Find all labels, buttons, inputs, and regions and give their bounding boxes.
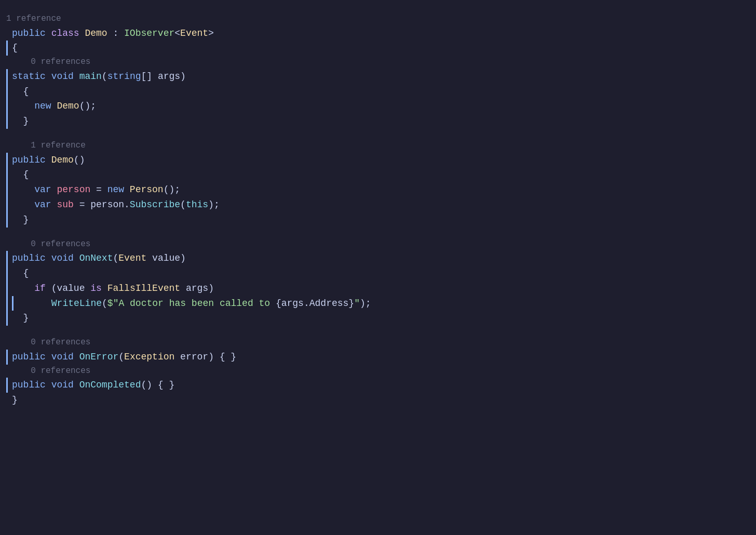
scope-bar bbox=[6, 296, 8, 311]
code-line: var sub = person.Subscribe(this); bbox=[4, 197, 756, 212]
reference-hint: 0 references bbox=[4, 238, 756, 251]
token-type-name: Exception bbox=[124, 350, 174, 365]
token-kw-if: if bbox=[12, 281, 51, 296]
token-brace: { bbox=[12, 41, 18, 56]
token-punct bbox=[85, 281, 90, 296]
scope-bar bbox=[6, 182, 8, 197]
token-brace: { bbox=[12, 266, 29, 281]
reference-hint: 0 references bbox=[4, 56, 756, 69]
token-string: $"A doctor has been called to bbox=[107, 296, 276, 311]
scope-bar bbox=[6, 197, 8, 212]
scope-bar bbox=[6, 251, 8, 266]
reference-hint: 1 reference bbox=[4, 139, 756, 153]
token-punct: ); bbox=[360, 296, 371, 311]
token-method-name: WriteLine bbox=[18, 296, 102, 311]
token-method-name: main bbox=[79, 69, 102, 84]
token-punct: ( bbox=[118, 350, 124, 365]
scope-bar bbox=[6, 281, 8, 296]
scope-bar bbox=[6, 69, 8, 84]
reference-hint: 1 reference bbox=[4, 12, 756, 26]
code-line: public void OnNext(Event value) bbox=[4, 251, 756, 266]
code-line: { bbox=[4, 167, 756, 182]
scope-bar bbox=[6, 350, 8, 365]
token-punct: { bbox=[276, 296, 281, 311]
token-punct: = bbox=[90, 182, 107, 197]
token-var-name: sub bbox=[57, 197, 73, 212]
code-line: var person = new Person(); bbox=[4, 182, 756, 197]
token-punct: ( bbox=[180, 197, 186, 212]
token-punct: ( bbox=[102, 69, 107, 84]
token-string: " bbox=[354, 296, 360, 311]
token-kw-is: is bbox=[90, 281, 102, 296]
token-brace: { bbox=[12, 167, 29, 182]
blank-line bbox=[4, 326, 756, 336]
token-kw-public: var bbox=[12, 197, 57, 212]
blank-line bbox=[4, 228, 756, 238]
token-punct: [] bbox=[141, 69, 157, 84]
token-iface-name: IObserver bbox=[124, 26, 174, 41]
token-param-name: value bbox=[152, 251, 180, 266]
reference-hint: 0 references bbox=[4, 336, 756, 350]
code-line: } bbox=[4, 311, 756, 326]
code-editor: 1 referencepublic class Demo : IObserver… bbox=[4, 8, 756, 412]
token-kw-public: string bbox=[107, 69, 141, 84]
code-line: public void OnError(Exception error) { } bbox=[4, 350, 756, 365]
token-punct: (); bbox=[79, 99, 96, 114]
token-punct: = bbox=[74, 197, 90, 212]
token-param-name: args bbox=[158, 69, 180, 84]
code-line: { bbox=[4, 41, 756, 56]
scope-bar bbox=[6, 311, 8, 326]
code-line: } bbox=[4, 114, 756, 129]
token-brace: { bbox=[12, 84, 29, 99]
token-type-name: Demo bbox=[51, 153, 74, 168]
token-punct: . bbox=[124, 197, 130, 212]
scope-bar bbox=[6, 266, 8, 281]
code-line: static void main(string[] args) bbox=[4, 69, 756, 84]
token-brace: } bbox=[12, 212, 29, 228]
code-line: new Demo(); bbox=[4, 99, 756, 114]
code-line: public void OnCompleted() { } bbox=[4, 378, 756, 393]
scope-bar bbox=[6, 212, 8, 228]
token-prop-name: person bbox=[90, 197, 124, 212]
token-var-name: person bbox=[57, 182, 90, 197]
token-method-name: OnError bbox=[79, 350, 119, 365]
token-kw-new: new bbox=[12, 99, 57, 114]
token-punct: : bbox=[107, 26, 124, 41]
token-kw-public: void bbox=[51, 350, 79, 365]
code-line: } bbox=[4, 393, 756, 408]
token-method-name: OnNext bbox=[79, 251, 113, 266]
code-line: public class Demo : IObserver<Event> bbox=[4, 26, 756, 41]
token-type-name: Demo bbox=[57, 99, 79, 114]
scope-bar bbox=[6, 114, 8, 129]
token-punct: ) bbox=[180, 69, 186, 84]
token-type-name: Event bbox=[180, 26, 208, 41]
token-punct: (); bbox=[164, 182, 180, 197]
code-line: if (value is FallsIllEvent args) bbox=[4, 281, 756, 296]
scope-bar-inner bbox=[12, 296, 14, 311]
token-kw-new: new bbox=[107, 182, 130, 197]
token-brace: } bbox=[12, 393, 18, 408]
scope-bar bbox=[6, 167, 8, 182]
token-punct bbox=[174, 350, 180, 365]
token-kw-public: public bbox=[12, 153, 51, 168]
token-punct: ) bbox=[208, 281, 214, 296]
token-punct: ); bbox=[208, 197, 220, 212]
scope-bar bbox=[6, 99, 8, 114]
token-type-name: Person bbox=[130, 182, 164, 197]
token-kw-public: void bbox=[51, 251, 79, 266]
token-punct: > bbox=[208, 26, 214, 41]
token-kw-public: var bbox=[12, 182, 57, 197]
token-param-name: value bbox=[57, 281, 85, 296]
token-prop-name: args.Address bbox=[281, 296, 349, 311]
token-kw-public: public bbox=[12, 26, 51, 41]
scope-bar bbox=[6, 84, 8, 99]
token-punct: ( bbox=[113, 251, 118, 266]
token-punct: ) { } bbox=[208, 350, 236, 365]
token-method-name: Subscribe bbox=[130, 197, 180, 212]
code-line: public Demo() bbox=[4, 153, 756, 168]
token-param-name: error bbox=[180, 350, 208, 365]
token-brace: } bbox=[12, 114, 29, 129]
blank-line bbox=[4, 129, 756, 139]
token-punct: ( bbox=[102, 296, 107, 311]
token-type-name: Event bbox=[118, 251, 146, 266]
